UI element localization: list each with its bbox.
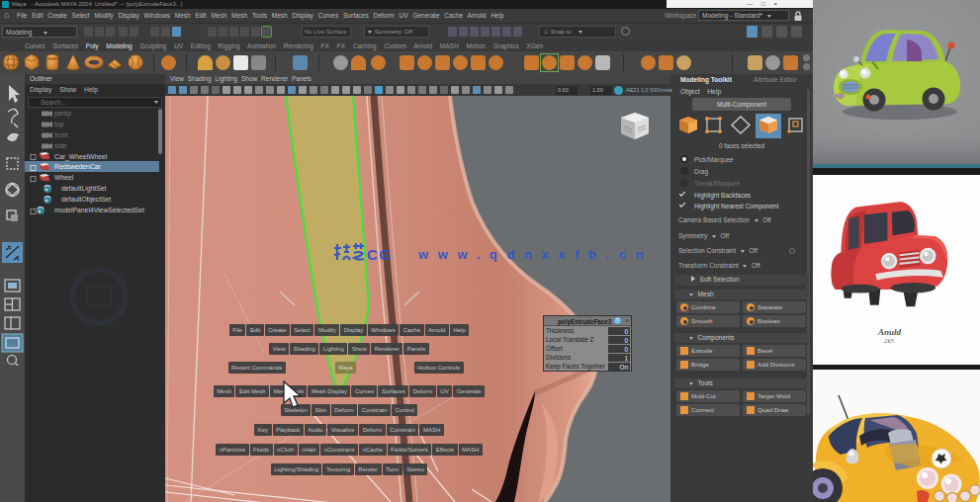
svg-text:Anuld: Anuld [877, 327, 902, 337]
svg-text:CG: CG [367, 246, 393, 263]
svg-text:www.qdnxxfb.cn: www.qdnxxfb.cn [417, 247, 653, 262]
svg-text:2k5: 2k5 [884, 337, 895, 345]
